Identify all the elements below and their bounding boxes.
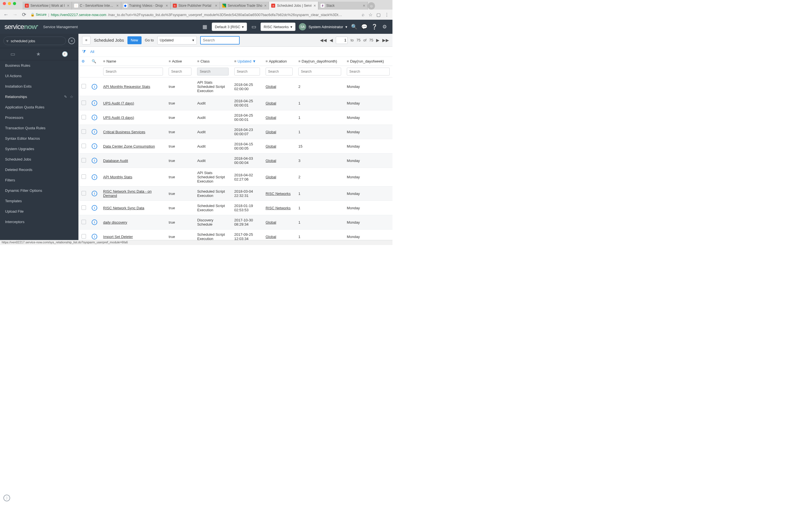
column-header-class[interactable]: ≡Class xyxy=(194,57,231,66)
nav-module-item[interactable]: UI Actions✎☆ xyxy=(0,71,79,81)
column-search-dom[interactable] xyxy=(298,68,341,75)
search-icon[interactable]: 🔍 xyxy=(351,24,357,30)
cell-name[interactable]: RISC Network Sync Data - on Demand xyxy=(103,189,152,198)
close-window[interactable] xyxy=(3,2,6,5)
edit-icon[interactable]: ✎ xyxy=(64,95,67,99)
row-checkbox[interactable] xyxy=(82,191,86,195)
first-page-button[interactable]: ◀◀ xyxy=(320,38,327,43)
row-checkbox[interactable] xyxy=(82,144,86,148)
back-button[interactable]: ← xyxy=(3,12,8,18)
menu-icon[interactable]: ⋮ xyxy=(385,12,389,17)
user-menu[interactable]: SA System Administrator ▾ xyxy=(299,23,347,31)
column-header-active[interactable]: ≡Active xyxy=(166,57,194,66)
new-button[interactable]: New xyxy=(128,36,142,44)
column-header-application[interactable]: ≡Application xyxy=(263,57,296,66)
cell-application[interactable]: Global xyxy=(266,159,276,163)
close-tab-icon[interactable]: × xyxy=(264,3,266,8)
cell-name[interactable]: Critical Business Services xyxy=(103,130,146,134)
application-icon[interactable]: ▭ xyxy=(250,24,257,30)
pager-from-input[interactable] xyxy=(336,37,348,44)
nav-module-item[interactable]: Deleted Records✎☆ xyxy=(0,165,79,175)
cell-name[interactable]: Import Set Deleter xyxy=(103,235,133,239)
column-search-application[interactable] xyxy=(266,68,293,75)
cell-application[interactable]: Global xyxy=(266,130,276,134)
next-page-button[interactable]: ▶ xyxy=(376,38,379,43)
cell-name[interactable]: UPS Audit (3 days) xyxy=(103,115,134,120)
cell-application[interactable]: Global xyxy=(266,144,276,149)
key-icon[interactable]: ⌕ xyxy=(362,12,364,17)
column-header-updated[interactable]: ≡Updated ▼ xyxy=(232,57,263,66)
column-search-updated[interactable] xyxy=(234,68,260,75)
help-icon[interactable]: ❔ xyxy=(371,24,378,30)
cell-application[interactable]: Global xyxy=(266,115,276,120)
cell-name[interactable]: API Monthly Stats xyxy=(103,175,132,179)
column-search-name[interactable] xyxy=(103,68,163,75)
row-checkbox[interactable] xyxy=(82,220,86,224)
extension-icon[interactable]: ▢ xyxy=(376,12,380,17)
info-icon[interactable]: i xyxy=(92,219,97,225)
list-menu-button[interactable]: ≡ xyxy=(82,36,91,45)
nav-module-item[interactable]: Interceptors✎☆ xyxy=(0,217,79,227)
column-header-dom[interactable]: ≡Day(run_dayofmonth) xyxy=(296,57,344,66)
info-icon[interactable]: i xyxy=(92,205,97,211)
column-header-dow[interactable]: ≡Day(run_dayofweek) xyxy=(344,57,393,66)
nav-module-item[interactable]: Scheduled Jobs✎☆ xyxy=(0,154,79,165)
cell-name[interactable]: UPS Audit (7 days) xyxy=(103,101,134,105)
browser-tab[interactable]: nServiceNow | Work at I× xyxy=(22,2,72,10)
nav-module-item[interactable]: Dynamic Filter Options✎☆ xyxy=(0,185,79,196)
update-set-picker[interactable]: Default 3 [RISC▾ xyxy=(212,22,247,31)
row-checkbox[interactable] xyxy=(82,174,86,179)
close-tab-icon[interactable]: × xyxy=(313,3,316,8)
column-search-dow[interactable] xyxy=(347,68,390,75)
info-icon[interactable]: i xyxy=(92,158,97,163)
nav-module-item[interactable]: Filters✎☆ xyxy=(0,175,79,185)
row-checkbox[interactable] xyxy=(82,234,86,238)
nav-module-item[interactable]: Relationships✎☆ xyxy=(0,92,79,102)
cell-application[interactable]: Global xyxy=(266,220,276,224)
close-tab-icon[interactable]: × xyxy=(67,3,69,8)
favorites-icon[interactable]: ★ xyxy=(36,51,41,57)
profile-chip[interactable]: ☺ xyxy=(368,2,375,10)
nav-module-item[interactable]: System Upgrades✎☆ xyxy=(0,144,79,154)
info-icon[interactable]: i xyxy=(92,174,97,180)
history-icon[interactable]: 🕘 xyxy=(62,51,68,57)
close-tab-icon[interactable]: × xyxy=(363,3,365,8)
cell-application[interactable]: Global xyxy=(266,101,276,105)
nav-filter-input[interactable]: ▿ scheduled jobs xyxy=(3,37,66,45)
close-tab-icon[interactable]: × xyxy=(116,3,119,8)
cell-name[interactable]: API Monthly Requestor Stats xyxy=(103,84,150,89)
nav-module-item[interactable]: Business Rules✎☆ xyxy=(0,60,79,71)
all-apps-icon[interactable]: ▭ xyxy=(10,51,15,57)
cell-application[interactable]: RISC Networks xyxy=(266,206,291,210)
nav-module-item[interactable]: Upload File✎☆ xyxy=(0,206,79,217)
row-checkbox[interactable] xyxy=(82,84,86,89)
nav-module-item[interactable]: Templates✎☆ xyxy=(0,196,79,206)
omnibox[interactable]: 🔒 Secure | https://ven02217.service-now.… xyxy=(31,13,358,17)
info-icon[interactable]: i xyxy=(92,100,97,106)
info-icon[interactable]: i xyxy=(92,191,97,196)
cell-name[interactable]: daily discovery xyxy=(103,220,127,224)
nav-filter-clear[interactable]: ✕ xyxy=(68,38,75,44)
col-search-toggle[interactable]: 🔍 xyxy=(89,57,100,66)
browser-tab[interactable]: nScheduled Jobs | Servi× xyxy=(269,2,318,10)
cell-name[interactable]: RISC Network Sync Data xyxy=(103,206,144,210)
nav-module-item[interactable]: Installation Exits✎☆ xyxy=(0,81,79,92)
update-set-icon[interactable]: ▦ xyxy=(202,24,208,30)
nav-module-item[interactable]: Transaction Quota Rules✎☆ xyxy=(0,123,79,133)
cell-application[interactable]: Global xyxy=(266,84,276,89)
cell-application[interactable]: RISC Networks xyxy=(266,191,291,196)
info-icon[interactable]: i xyxy=(92,115,97,120)
browser-tab[interactable]: #Slack× xyxy=(318,2,368,10)
row-checkbox[interactable] xyxy=(82,205,86,210)
col-gear[interactable]: ⚙ xyxy=(79,57,89,66)
prev-page-button[interactable]: ◀ xyxy=(329,38,333,43)
application-picker[interactable]: RISC Networks▾ xyxy=(260,22,296,31)
maximize-window[interactable] xyxy=(13,2,16,5)
row-checkbox[interactable] xyxy=(82,129,86,134)
goto-search-input[interactable] xyxy=(200,36,240,45)
close-tab-icon[interactable]: × xyxy=(165,3,168,8)
forward-button[interactable]: → xyxy=(12,12,17,18)
column-header-name[interactable]: ≡Name xyxy=(100,57,166,66)
info-icon[interactable]: i xyxy=(92,84,97,90)
last-page-button[interactable]: ▶▶ xyxy=(382,38,389,43)
